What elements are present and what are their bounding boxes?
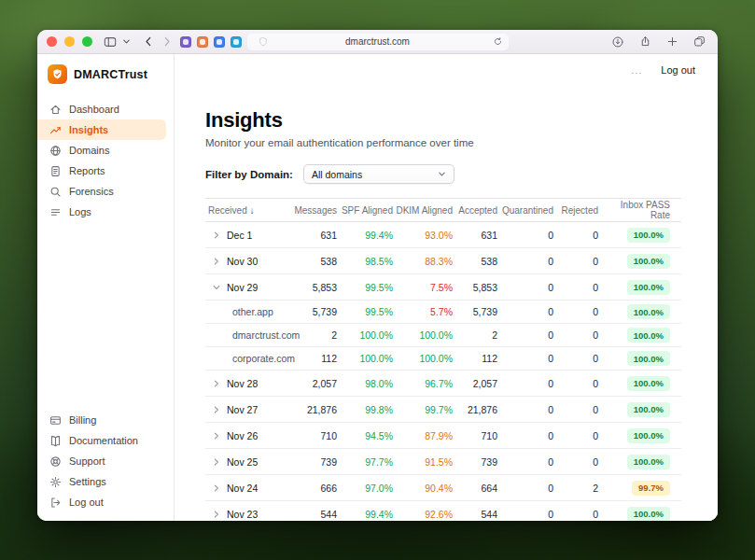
table-row[interactable]: Nov 2354499.4%92.6%54400100.0% <box>205 501 681 521</box>
messages-cell: 112 <box>291 353 337 364</box>
pass-rate-badge: 100.0% <box>627 328 670 343</box>
row-label: Nov 25 <box>227 456 258 468</box>
extension-teal-icon[interactable] <box>231 36 242 48</box>
quarantined-cell: 0 <box>497 404 553 415</box>
overflow-menu[interactable]: ... <box>631 64 642 76</box>
dkim-aligned-cell: 100.0% <box>393 329 453 341</box>
table-row[interactable]: Nov 282,05798.0%96.7%2,05700100.0% <box>205 371 681 397</box>
chevron-right-icon[interactable] <box>213 511 220 518</box>
share-icon[interactable] <box>639 35 651 48</box>
messages-cell: 739 <box>291 456 337 468</box>
received-cell: Nov 29 <box>205 274 291 300</box>
extension-purple-icon[interactable] <box>180 36 191 48</box>
column-header-accepted[interactable]: Accepted <box>453 205 497 216</box>
sidebar-item-label: Domains <box>69 145 109 156</box>
table-row[interactable]: Nov 2573997.7%91.5%73900100.0% <box>205 449 681 475</box>
pass-rate-cell: 100.0% <box>598 351 681 366</box>
reload-icon[interactable] <box>493 36 503 47</box>
zoom-button[interactable] <box>82 36 92 47</box>
column-header-spf-aligned[interactable]: SPF Aligned <box>337 205 393 216</box>
accepted-cell: 631 <box>453 230 497 241</box>
chevron-right-icon[interactable] <box>213 406 220 413</box>
chevron-right-icon[interactable] <box>213 258 220 265</box>
sidebar-item-forensics[interactable]: Forensics <box>37 181 174 202</box>
column-header-inbox-pass-rate[interactable]: Inbox PASS Rate <box>598 200 681 220</box>
spf-aligned-cell: 97.0% <box>337 483 393 494</box>
sidebar-item-support[interactable]: Support <box>37 451 174 471</box>
forward-icon[interactable] <box>161 35 173 48</box>
extension-orange-icon[interactable] <box>197 36 208 48</box>
domain-filter-select[interactable]: All domains <box>303 164 454 184</box>
spf-aligned-cell: 99.4% <box>337 509 393 520</box>
chevron-right-icon[interactable] <box>213 458 220 466</box>
tab-overview-icon[interactable] <box>693 35 706 48</box>
row-label: Nov 28 <box>227 378 258 389</box>
sidebar-item-documentation[interactable]: Documentation <box>37 430 174 451</box>
chevron-down-icon[interactable] <box>213 284 220 291</box>
table-row[interactable]: Dec 163199.4%93.0%63100100.0% <box>205 222 681 248</box>
messages-cell: 2 <box>291 329 337 341</box>
rejected-cell: 0 <box>553 306 598 317</box>
received-cell: corporate.com <box>205 347 291 370</box>
rejected-cell: 0 <box>553 404 598 415</box>
messages-cell: 2,057 <box>291 378 337 389</box>
pass-rate-badge: 100.0% <box>627 376 670 391</box>
table-row[interactable]: other.app5,73999.5%5.7%5,73900100.0% <box>205 301 681 324</box>
sidebar-item-reports[interactable]: Reports <box>37 161 174 181</box>
table-row[interactable]: corporate.com112100.0%100.0%11200100.0% <box>205 347 681 371</box>
column-header-rejected[interactable]: Rejected <box>553 205 598 216</box>
sidebar-item-log-out[interactable]: Log out <box>37 492 174 512</box>
sidebar-item-domains[interactable]: Domains <box>37 140 174 161</box>
insights-page: Insights Monitor your email authenticati… <box>175 108 718 521</box>
table-header: Received ↓MessagesSPF AlignedDKIM Aligne… <box>205 198 681 222</box>
chevron-right-icon[interactable] <box>213 380 220 387</box>
minimize-button[interactable] <box>64 36 75 47</box>
column-header-quarantined[interactable]: Quarantined <box>497 205 553 216</box>
table-row[interactable]: Nov 2721,87699.8%99.7%21,87600100.0% <box>205 397 681 423</box>
close-button[interactable] <box>47 36 57 47</box>
rejected-cell: 0 <box>553 353 598 364</box>
column-header-received[interactable]: Received ↓ <box>205 205 291 216</box>
quarantined-cell: 0 <box>497 230 553 241</box>
pass-rate-badge: 100.0% <box>627 351 670 366</box>
rejected-cell: 0 <box>553 256 598 267</box>
back-icon[interactable] <box>143 35 155 48</box>
received-cell: Nov 26 <box>205 423 291 448</box>
rejected-cell: 0 <box>553 509 598 520</box>
sidebar-item-logs[interactable]: Logs <box>37 202 174 222</box>
chevron-right-icon[interactable] <box>213 484 220 492</box>
sidebar-item-billing[interactable]: Billing <box>37 410 174 430</box>
address-bar[interactable]: dmarctrust.com <box>247 34 509 50</box>
table-row[interactable]: Nov 3053898.5%88.3%53800100.0% <box>205 248 681 274</box>
sidebar-item-label: Forensics <box>69 186 114 197</box>
downloads-icon[interactable] <box>611 35 624 49</box>
table-row[interactable]: Nov 2671094.5%87.9%71000100.0% <box>205 423 681 449</box>
logout-button[interactable]: Log out <box>661 64 695 76</box>
app-body: DMARCTrust DashboardInsightsDomainsRepor… <box>37 54 718 521</box>
column-header-messages[interactable]: Messages <box>291 205 337 216</box>
chevron-right-icon[interactable] <box>213 231 220 239</box>
chevron-down-icon[interactable] <box>122 37 131 46</box>
messages-cell: 538 <box>291 256 337 267</box>
page-title: Insights <box>205 108 681 133</box>
chevron-right-icon[interactable] <box>213 432 220 440</box>
support-icon <box>49 455 62 468</box>
table-row[interactable]: Nov 295,85399.5%7.5%5,85300100.0% <box>205 274 681 301</box>
dkim-aligned-cell: 91.5% <box>393 456 453 468</box>
sidebar-item-insights[interactable]: Insights <box>37 119 166 140</box>
received-cell: dmarctrust.com <box>205 324 291 346</box>
pass-rate-cell: 100.0% <box>598 304 681 319</box>
chevron-down-icon <box>438 170 446 178</box>
sidebar-item-settings[interactable]: Settings <box>37 471 174 492</box>
main-topbar: ... Log out <box>175 54 718 86</box>
table-row[interactable]: dmarctrust.com2100.0%100.0%200100.0% <box>205 324 681 347</box>
new-tab-icon[interactable] <box>666 35 678 48</box>
extension-blue-icon[interactable] <box>214 36 225 48</box>
column-header-dkim-aligned[interactable]: DKIM Aligned <box>393 205 453 216</box>
pass-rate-badge: 100.0% <box>627 228 670 243</box>
pass-rate-cell: 100.0% <box>598 455 681 469</box>
table-row[interactable]: Nov 2466697.0%90.4%6640299.7% <box>205 475 681 501</box>
sidebar-item-dashboard[interactable]: Dashboard <box>37 99 174 119</box>
quarantined-cell: 0 <box>497 282 553 293</box>
sidebar-toggle-icon[interactable] <box>104 35 117 49</box>
